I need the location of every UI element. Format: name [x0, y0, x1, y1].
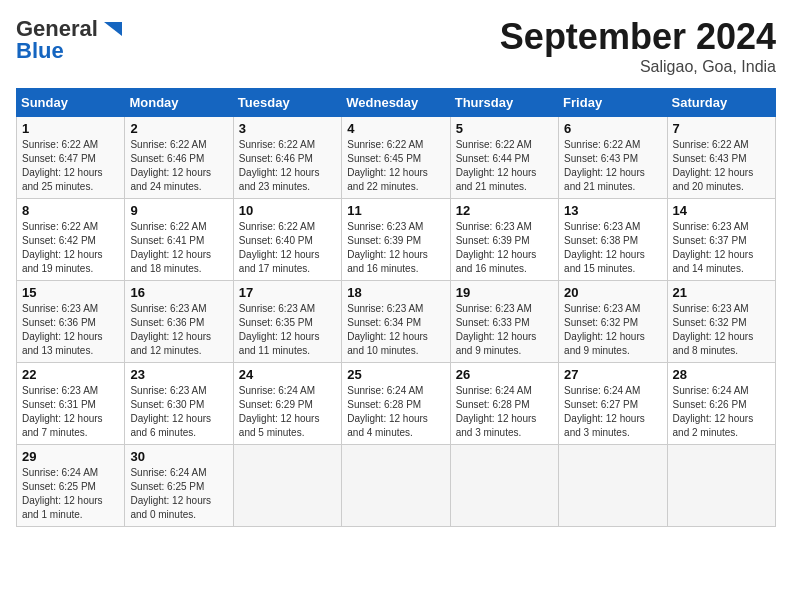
- location: Saligao, Goa, India: [500, 58, 776, 76]
- cell-info: Sunrise: 6:23 AMSunset: 6:33 PMDaylight:…: [456, 303, 537, 356]
- header: General Blue September 2024 Saligao, Goa…: [16, 16, 776, 76]
- cell-info: Sunrise: 6:24 AMSunset: 6:28 PMDaylight:…: [347, 385, 428, 438]
- cell-info: Sunrise: 6:23 AMSunset: 6:31 PMDaylight:…: [22, 385, 103, 438]
- day-number: 29: [22, 449, 119, 464]
- cell-info: Sunrise: 6:23 AMSunset: 6:36 PMDaylight:…: [130, 303, 211, 356]
- title-block: September 2024 Saligao, Goa, India: [500, 16, 776, 76]
- cell-info: Sunrise: 6:23 AMSunset: 6:38 PMDaylight:…: [564, 221, 645, 274]
- calendar-cell: 30 Sunrise: 6:24 AMSunset: 6:25 PMDaylig…: [125, 445, 233, 527]
- day-number: 1: [22, 121, 119, 136]
- day-number: 26: [456, 367, 553, 382]
- cell-info: Sunrise: 6:22 AMSunset: 6:43 PMDaylight:…: [564, 139, 645, 192]
- col-friday: Friday: [559, 89, 667, 117]
- calendar-cell: 26 Sunrise: 6:24 AMSunset: 6:28 PMDaylig…: [450, 363, 558, 445]
- calendar-cell: 25 Sunrise: 6:24 AMSunset: 6:28 PMDaylig…: [342, 363, 450, 445]
- day-number: 24: [239, 367, 336, 382]
- day-number: 6: [564, 121, 661, 136]
- calendar-cell: 23 Sunrise: 6:23 AMSunset: 6:30 PMDaylig…: [125, 363, 233, 445]
- calendar-cell: 11 Sunrise: 6:23 AMSunset: 6:39 PMDaylig…: [342, 199, 450, 281]
- calendar-cell: 12 Sunrise: 6:23 AMSunset: 6:39 PMDaylig…: [450, 199, 558, 281]
- calendar-cell: 5 Sunrise: 6:22 AMSunset: 6:44 PMDayligh…: [450, 117, 558, 199]
- cell-info: Sunrise: 6:24 AMSunset: 6:25 PMDaylight:…: [130, 467, 211, 520]
- day-number: 18: [347, 285, 444, 300]
- calendar-cell: 8 Sunrise: 6:22 AMSunset: 6:42 PMDayligh…: [17, 199, 125, 281]
- logo-blue-text: Blue: [16, 38, 64, 64]
- day-number: 12: [456, 203, 553, 218]
- day-number: 27: [564, 367, 661, 382]
- calendar-cell: 14 Sunrise: 6:23 AMSunset: 6:37 PMDaylig…: [667, 199, 775, 281]
- calendar-cell: 28 Sunrise: 6:24 AMSunset: 6:26 PMDaylig…: [667, 363, 775, 445]
- cell-info: Sunrise: 6:22 AMSunset: 6:43 PMDaylight:…: [673, 139, 754, 192]
- calendar-week-row: 8 Sunrise: 6:22 AMSunset: 6:42 PMDayligh…: [17, 199, 776, 281]
- calendar-cell: [342, 445, 450, 527]
- day-number: 17: [239, 285, 336, 300]
- calendar-cell: 6 Sunrise: 6:22 AMSunset: 6:43 PMDayligh…: [559, 117, 667, 199]
- cell-info: Sunrise: 6:23 AMSunset: 6:34 PMDaylight:…: [347, 303, 428, 356]
- day-number: 22: [22, 367, 119, 382]
- calendar-cell: 16 Sunrise: 6:23 AMSunset: 6:36 PMDaylig…: [125, 281, 233, 363]
- calendar-cell: [450, 445, 558, 527]
- col-thursday: Thursday: [450, 89, 558, 117]
- cell-info: Sunrise: 6:22 AMSunset: 6:46 PMDaylight:…: [130, 139, 211, 192]
- calendar-cell: [233, 445, 341, 527]
- cell-info: Sunrise: 6:23 AMSunset: 6:30 PMDaylight:…: [130, 385, 211, 438]
- cell-info: Sunrise: 6:24 AMSunset: 6:25 PMDaylight:…: [22, 467, 103, 520]
- calendar-cell: 13 Sunrise: 6:23 AMSunset: 6:38 PMDaylig…: [559, 199, 667, 281]
- day-number: 4: [347, 121, 444, 136]
- calendar-cell: 15 Sunrise: 6:23 AMSunset: 6:36 PMDaylig…: [17, 281, 125, 363]
- col-saturday: Saturday: [667, 89, 775, 117]
- calendar-cell: 3 Sunrise: 6:22 AMSunset: 6:46 PMDayligh…: [233, 117, 341, 199]
- day-number: 7: [673, 121, 770, 136]
- cell-info: Sunrise: 6:24 AMSunset: 6:26 PMDaylight:…: [673, 385, 754, 438]
- calendar-cell: 4 Sunrise: 6:22 AMSunset: 6:45 PMDayligh…: [342, 117, 450, 199]
- calendar-cell: 2 Sunrise: 6:22 AMSunset: 6:46 PMDayligh…: [125, 117, 233, 199]
- calendar-cell: 21 Sunrise: 6:23 AMSunset: 6:32 PMDaylig…: [667, 281, 775, 363]
- cell-info: Sunrise: 6:22 AMSunset: 6:42 PMDaylight:…: [22, 221, 103, 274]
- cell-info: Sunrise: 6:23 AMSunset: 6:32 PMDaylight:…: [564, 303, 645, 356]
- logo-icon: [102, 18, 124, 40]
- calendar-table: Sunday Monday Tuesday Wednesday Thursday…: [16, 88, 776, 527]
- calendar-cell: 19 Sunrise: 6:23 AMSunset: 6:33 PMDaylig…: [450, 281, 558, 363]
- cell-info: Sunrise: 6:22 AMSunset: 6:40 PMDaylight:…: [239, 221, 320, 274]
- calendar-cell: 7 Sunrise: 6:22 AMSunset: 6:43 PMDayligh…: [667, 117, 775, 199]
- cell-info: Sunrise: 6:24 AMSunset: 6:28 PMDaylight:…: [456, 385, 537, 438]
- col-sunday: Sunday: [17, 89, 125, 117]
- page-container: General Blue September 2024 Saligao, Goa…: [0, 0, 792, 535]
- calendar-cell: 1 Sunrise: 6:22 AMSunset: 6:47 PMDayligh…: [17, 117, 125, 199]
- day-number: 21: [673, 285, 770, 300]
- calendar-cell: 17 Sunrise: 6:23 AMSunset: 6:35 PMDaylig…: [233, 281, 341, 363]
- calendar-cell: 29 Sunrise: 6:24 AMSunset: 6:25 PMDaylig…: [17, 445, 125, 527]
- cell-info: Sunrise: 6:23 AMSunset: 6:32 PMDaylight:…: [673, 303, 754, 356]
- day-number: 5: [456, 121, 553, 136]
- calendar-cell: 9 Sunrise: 6:22 AMSunset: 6:41 PMDayligh…: [125, 199, 233, 281]
- header-row: Sunday Monday Tuesday Wednesday Thursday…: [17, 89, 776, 117]
- cell-info: Sunrise: 6:23 AMSunset: 6:35 PMDaylight:…: [239, 303, 320, 356]
- day-number: 11: [347, 203, 444, 218]
- day-number: 19: [456, 285, 553, 300]
- cell-info: Sunrise: 6:24 AMSunset: 6:29 PMDaylight:…: [239, 385, 320, 438]
- col-monday: Monday: [125, 89, 233, 117]
- day-number: 30: [130, 449, 227, 464]
- calendar-week-row: 1 Sunrise: 6:22 AMSunset: 6:47 PMDayligh…: [17, 117, 776, 199]
- cell-info: Sunrise: 6:23 AMSunset: 6:36 PMDaylight:…: [22, 303, 103, 356]
- day-number: 20: [564, 285, 661, 300]
- day-number: 25: [347, 367, 444, 382]
- day-number: 28: [673, 367, 770, 382]
- logo: General Blue: [16, 16, 124, 64]
- calendar-week-row: 22 Sunrise: 6:23 AMSunset: 6:31 PMDaylig…: [17, 363, 776, 445]
- calendar-week-row: 15 Sunrise: 6:23 AMSunset: 6:36 PMDaylig…: [17, 281, 776, 363]
- col-tuesday: Tuesday: [233, 89, 341, 117]
- calendar-cell: 27 Sunrise: 6:24 AMSunset: 6:27 PMDaylig…: [559, 363, 667, 445]
- month-title: September 2024: [500, 16, 776, 58]
- cell-info: Sunrise: 6:22 AMSunset: 6:46 PMDaylight:…: [239, 139, 320, 192]
- cell-info: Sunrise: 6:22 AMSunset: 6:47 PMDaylight:…: [22, 139, 103, 192]
- day-number: 14: [673, 203, 770, 218]
- calendar-cell: 24 Sunrise: 6:24 AMSunset: 6:29 PMDaylig…: [233, 363, 341, 445]
- cell-info: Sunrise: 6:22 AMSunset: 6:45 PMDaylight:…: [347, 139, 428, 192]
- day-number: 3: [239, 121, 336, 136]
- calendar-cell: [667, 445, 775, 527]
- day-number: 23: [130, 367, 227, 382]
- day-number: 2: [130, 121, 227, 136]
- calendar-cell: 10 Sunrise: 6:22 AMSunset: 6:40 PMDaylig…: [233, 199, 341, 281]
- cell-info: Sunrise: 6:23 AMSunset: 6:39 PMDaylight:…: [347, 221, 428, 274]
